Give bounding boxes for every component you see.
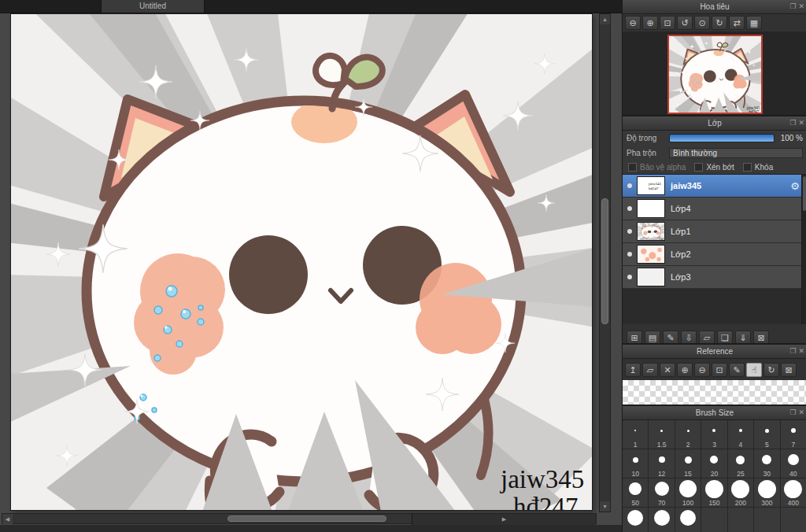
brush-size-label: 2 <box>686 441 690 449</box>
brush-size-cell[interactable]: 25 <box>728 449 754 478</box>
rotate-view-button[interactable]: ↻ <box>763 363 779 377</box>
rotate-left-button[interactable]: ↺ <box>677 16 693 30</box>
crop-button[interactable]: ⊠ <box>781 363 797 377</box>
navigator-thumbnail[interactable] <box>667 35 763 114</box>
brush-size-cell[interactable]: 200 <box>728 478 754 508</box>
artwork-image <box>11 14 592 510</box>
scroll-down-button[interactable]: ▼ <box>600 501 610 512</box>
brush-size-cell[interactable]: 1 <box>623 420 649 449</box>
zoom-out-button[interactable]: ⊖ <box>625 16 641 30</box>
reset-rotation-button[interactable]: ⊙ <box>694 16 710 30</box>
float-panel-icon[interactable]: ❐ <box>789 119 796 127</box>
scroll-up-button[interactable]: ▲ <box>600 14 610 24</box>
vertical-scroll-thumb[interactable] <box>601 198 608 324</box>
drawing-canvas[interactable] <box>11 14 592 510</box>
layer-list-scroll-thumb[interactable] <box>803 176 806 211</box>
eyedropper-button[interactable]: ✎ <box>729 363 745 377</box>
vertical-scrollbar[interactable]: ▲ ▼ <box>599 13 611 512</box>
fit-window-button[interactable]: ⊡ <box>660 16 675 30</box>
layer-visibility-dot[interactable] <box>627 206 632 211</box>
brush-size-cell[interactable]: 15 <box>675 449 701 478</box>
navigator-panel-header[interactable]: Hoa tiêu ❐ ✕ <box>623 0 806 14</box>
layer-thumbnail <box>637 199 665 218</box>
close-panel-icon[interactable]: ✕ <box>798 347 804 356</box>
brush-size-cell[interactable]: 20 <box>701 449 727 478</box>
folder-button[interactable]: ▱ <box>699 331 715 345</box>
layer-row[interactable]: Lớp2 <box>623 243 806 266</box>
brush-size-cell[interactable]: 400 <box>781 478 806 508</box>
brush-size-cell[interactable]: 1.5 <box>649 420 675 449</box>
layer-row[interactable]: Lớp4 <box>623 198 806 220</box>
blend-mode-select[interactable]: Bình thường <box>669 148 803 158</box>
brush-size-cell[interactable]: 7 <box>781 420 806 449</box>
layer-row[interactable]: jaiw345hđ247jaiw345⚙ <box>623 175 806 198</box>
horizontal-scroll-thumb[interactable] <box>227 515 386 522</box>
scroll-left-button[interactable]: ◀ <box>2 514 13 524</box>
close-panel-icon[interactable]: ✕ <box>798 119 804 127</box>
layer-visibility-dot[interactable] <box>627 229 632 234</box>
brush-size-cell[interactable] <box>649 508 675 532</box>
layer-visibility-dot[interactable] <box>627 183 632 188</box>
hand-tool-button[interactable]: ☝ <box>746 363 762 377</box>
layer-option-khóa[interactable]: Khóa <box>743 163 773 172</box>
layer-visibility-dot[interactable] <box>627 275 632 279</box>
new-layer-button[interactable]: ⊞ <box>627 331 642 345</box>
brush-size-panel-header[interactable]: Brush Size ❐ ✕ <box>623 406 806 420</box>
brush-size-cell[interactable]: 2 <box>675 420 701 449</box>
layers-panel-header[interactable]: Lớp ❐ ✕ <box>623 116 806 131</box>
import-layer-button[interactable]: ⇩ <box>681 331 697 345</box>
new-folder-button[interactable]: ▤ <box>645 331 660 345</box>
checkbox[interactable] <box>694 163 703 172</box>
brush-dot <box>710 456 718 464</box>
brush-size-cell[interactable]: 50 <box>623 478 649 508</box>
checkbox[interactable] <box>628 163 637 172</box>
float-panel-icon[interactable]: ❐ <box>789 408 796 417</box>
brush-size-cell[interactable]: 4 <box>728 420 754 449</box>
zoom-in-button[interactable]: ⊕ <box>642 16 658 30</box>
brush-size-cell[interactable]: 300 <box>754 478 780 508</box>
zoom-in-button[interactable]: ⊕ <box>677 363 693 377</box>
layer-settings-gear-icon[interactable]: ⚙ <box>790 180 800 192</box>
brush-size-cell[interactable]: 40 <box>781 449 806 478</box>
fit-view-button[interactable]: ⊡ <box>712 363 727 377</box>
layer-visibility-dot[interactable] <box>627 252 632 257</box>
brush-size-cell[interactable] <box>623 508 649 532</box>
delete-layer-button[interactable]: ⊠ <box>753 331 769 345</box>
close-panel-icon[interactable]: ✕ <box>798 408 804 417</box>
brush-size-cell[interactable]: 5 <box>754 420 780 449</box>
layer-option-bảo-vệ-alpha[interactable]: Bảo vệ alpha <box>628 163 686 172</box>
opacity-slider[interactable] <box>669 134 775 142</box>
brush-size-cell[interactable]: 30 <box>754 449 780 478</box>
duplicate-layer-button[interactable]: ❏ <box>717 331 733 345</box>
import-reference-button[interactable]: ↥ <box>625 363 641 377</box>
fullscreen-button[interactable]: ▦ <box>746 16 762 30</box>
flip-horizontal-button[interactable]: ⇄ <box>729 16 745 30</box>
fit-window-icon: ⊡ <box>664 18 671 28</box>
brush-size-cell[interactable]: 3 <box>701 420 727 449</box>
checkbox[interactable] <box>743 163 752 172</box>
brush-size-cell[interactable]: 12 <box>649 449 675 478</box>
zoom-out-button[interactable]: ⊖ <box>694 363 710 377</box>
layer-option-xén-bớt[interactable]: Xén bớt <box>694 163 734 172</box>
brush-size-cell[interactable]: 70 <box>649 478 675 508</box>
float-panel-icon[interactable]: ❐ <box>789 2 796 11</box>
reference-panel-header[interactable]: Reference ❐ ✕ <box>623 345 806 359</box>
close-panel-icon[interactable]: ✕ <box>798 2 804 11</box>
brush-size-cell[interactable]: 100 <box>675 478 701 508</box>
open-folder-button[interactable]: ▱ <box>642 363 658 377</box>
float-panel-icon[interactable]: ❐ <box>789 347 796 356</box>
brush-size-cell[interactable]: 10 <box>623 449 649 478</box>
document-tab[interactable]: Untitled <box>101 0 205 13</box>
layer-list-scrollbar[interactable] <box>801 175 806 324</box>
horizontal-scrollbar[interactable]: ◀ ▶ <box>2 513 597 524</box>
clear-reference-button[interactable]: ✕ <box>660 363 675 377</box>
merge-down-button[interactable]: ⇓ <box>735 331 751 345</box>
reference-empty-view[interactable] <box>623 380 806 406</box>
brush-size-cell[interactable] <box>675 508 701 532</box>
edit-layer-button[interactable]: ✎ <box>663 331 678 345</box>
layers-panel-title: Lớp <box>708 119 722 127</box>
brush-size-cell[interactable]: 150 <box>701 478 727 508</box>
layer-row[interactable]: Lớp1 <box>623 220 806 243</box>
layer-row[interactable]: Lớp3 <box>623 266 806 289</box>
rotate-right-button[interactable]: ↻ <box>712 16 727 30</box>
